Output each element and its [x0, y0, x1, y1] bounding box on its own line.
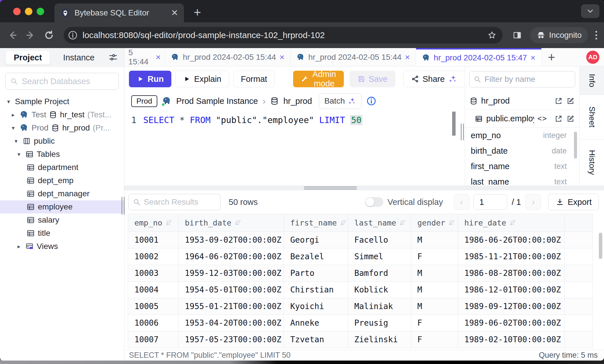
- cell[interactable]: F: [411, 315, 458, 331]
- cell[interactable]: M: [411, 298, 458, 315]
- results-search[interactable]: [128, 194, 221, 210]
- column-header[interactable]: birth_date: [179, 214, 284, 232]
- chevron-down-icon[interactable]: ▾: [15, 151, 22, 158]
- edit-icon[interactable]: [566, 97, 575, 105]
- cell[interactable]: 1985-11-21T00:00:00Z: [458, 248, 564, 265]
- cell[interactable]: F: [411, 248, 458, 265]
- tree-item-database[interactable]: ▸ Test hr_test (Test...: [0, 108, 124, 121]
- close-tab-icon[interactable]: ×: [279, 52, 285, 62]
- edit-icon[interactable]: [566, 114, 575, 123]
- column-header[interactable]: hire_date: [458, 214, 564, 232]
- cell[interactable]: Maliniak: [348, 298, 411, 315]
- chevron-right-icon[interactable]: ▸: [10, 111, 17, 118]
- close-tab-icon[interactable]: ×: [405, 52, 410, 62]
- column-header[interactable]: first_name: [284, 214, 348, 232]
- cell[interactable]: 10006: [128, 315, 179, 331]
- panel-resize-handle[interactable]: [461, 124, 464, 140]
- cell[interactable]: 1986-12-01T00:00:00Z: [458, 282, 564, 298]
- cell[interactable]: 1959-12-03T00:00:00Z: [179, 265, 284, 282]
- site-info-icon[interactable]: [68, 30, 78, 40]
- cell[interactable]: 10005: [128, 298, 179, 315]
- cell[interactable]: 1989-09-12T00:00:00Z: [458, 298, 564, 315]
- cell[interactable]: 1986-08-28T00:00:00Z: [458, 265, 564, 282]
- cell[interactable]: 1955-01-21T00:00:00Z: [179, 298, 284, 315]
- tree-item-views-group[interactable]: ▸ Views: [0, 240, 124, 253]
- close-tab-icon[interactable]: ×: [530, 53, 536, 63]
- editor-results-divider[interactable]: [124, 185, 604, 190]
- cell[interactable]: 1964-06-02T00:00:00Z: [179, 248, 284, 265]
- column-list-scrollbar-thumb[interactable]: [574, 132, 577, 159]
- prev-page-button[interactable]: ‹: [454, 194, 469, 210]
- cell[interactable]: Parto: [284, 265, 348, 282]
- filter-sliders-icon[interactable]: [108, 52, 118, 63]
- cell[interactable]: 10002: [128, 248, 179, 265]
- column-row[interactable]: emp_no integer: [465, 128, 579, 143]
- tree-item-database[interactable]: ▾ Prod hr_prod (Pr...: [0, 121, 124, 134]
- vertical-display-toggle[interactable]: [365, 197, 383, 207]
- cell[interactable]: Anneke: [284, 315, 348, 331]
- sql-code-line[interactable]: SELECT * FROM "public"."employee" LIMIT …: [143, 115, 362, 125]
- save-button[interactable]: Save: [350, 71, 395, 87]
- side-panel-icon[interactable]: [512, 30, 523, 41]
- chevron-right-icon[interactable]: ▸: [15, 243, 22, 250]
- schema-filter-input[interactable]: [485, 75, 571, 84]
- cell[interactable]: Chirstian: [284, 282, 348, 298]
- info-circle-icon[interactable]: [366, 96, 376, 106]
- new-tab-button[interactable]: +: [194, 5, 201, 19]
- cell[interactable]: Preusig: [348, 315, 411, 331]
- tree-item-project[interactable]: ▾ Sample Project: [0, 95, 124, 108]
- sheet-tab[interactable]: hr_prod 2024-02-05 15:44 ×: [165, 48, 291, 66]
- sheet-tab[interactable]: hr_prod 2024-02-05 15:44 ×: [291, 48, 416, 66]
- cell[interactable]: 1986-06-26T00:00:00Z: [458, 232, 564, 248]
- cell[interactable]: 10003: [128, 265, 179, 282]
- cell[interactable]: F: [411, 331, 458, 348]
- table-row[interactable]: 100011953-09-02T00:00:00ZGeorgiFacelloM1…: [128, 232, 593, 248]
- column-row[interactable]: first_name text: [465, 159, 579, 174]
- sidebar-resize-handle[interactable]: [121, 197, 125, 215]
- column-row[interactable]: last_name text: [465, 174, 579, 185]
- column-row[interactable]: birth_date date: [465, 143, 579, 159]
- instance-name[interactable]: Prod Sample Instance: [176, 96, 258, 106]
- page-input[interactable]: [473, 194, 507, 210]
- batch-button[interactable]: Batch: [319, 93, 362, 109]
- tree-item-tables-group[interactable]: ▾ Tables: [0, 148, 124, 161]
- cell[interactable]: Georgi: [284, 232, 348, 248]
- database-search[interactable]: [5, 73, 119, 90]
- table-row[interactable]: 100021964-06-02T00:00:00ZBezalelSimmelF1…: [128, 248, 593, 265]
- chevron-down-icon[interactable]: ▾: [13, 138, 19, 145]
- user-avatar[interactable]: AD: [586, 51, 599, 64]
- cell[interactable]: 1953-09-02T00:00:00Z: [179, 232, 284, 248]
- tree-item-table[interactable]: dept_manager: [0, 187, 124, 200]
- tab-info[interactable]: Info: [580, 66, 604, 95]
- tree-item-table[interactable]: dept_emp: [0, 174, 124, 187]
- cell[interactable]: Facello: [348, 232, 411, 248]
- cell[interactable]: Kyoichi: [284, 298, 348, 315]
- sql-editor[interactable]: 1 SELECT * FROM "public"."employee" LIMI…: [124, 110, 465, 185]
- cell[interactable]: 10004: [128, 282, 179, 298]
- add-sheet-button[interactable]: +: [542, 48, 562, 66]
- cell[interactable]: 10001: [128, 232, 179, 248]
- table-row[interactable]: 100071957-05-23T00:00:00ZTzvetanZielinsk…: [128, 331, 593, 348]
- close-tab-icon[interactable]: ×: [156, 52, 161, 62]
- editor-scrollbar-thumb[interactable]: [452, 112, 456, 136]
- external-link-icon[interactable]: [554, 97, 563, 105]
- cell[interactable]: M: [411, 265, 458, 282]
- admin-mode-button[interactable]: Admin mode: [293, 71, 344, 87]
- address-bar[interactable]: localhost:8080/sql-editor/prod-sample-in…: [64, 27, 503, 43]
- forward-icon[interactable]: [25, 30, 36, 41]
- next-page-button[interactable]: ›: [525, 194, 541, 210]
- reload-icon[interactable]: [44, 30, 54, 41]
- cell[interactable]: Simmel: [348, 248, 411, 265]
- results-scrollbar-thumb[interactable]: [599, 233, 602, 259]
- schema-table-row[interactable]: public.employee <>: [465, 110, 579, 128]
- close-tab-icon[interactable]: ✕: [171, 9, 178, 17]
- zoom-window-button[interactable]: [37, 8, 44, 15]
- cell[interactable]: M: [411, 282, 458, 298]
- cell[interactable]: 1989-02-10T00:00:00Z: [458, 331, 564, 348]
- table-row[interactable]: 100051955-01-21T00:00:00ZKyoichiMaliniak…: [128, 298, 593, 315]
- sheet-tab-active[interactable]: hr_prod 2024-02-05 15:47 ×: [416, 48, 542, 66]
- browser-tab[interactable]: Bytebase SQL Editor ✕: [54, 3, 184, 22]
- format-button[interactable]: Format: [233, 71, 275, 87]
- cell[interactable]: 1953-04-20T00:00:00Z: [179, 315, 284, 331]
- tree-item-table-selected[interactable]: employee: [0, 200, 124, 213]
